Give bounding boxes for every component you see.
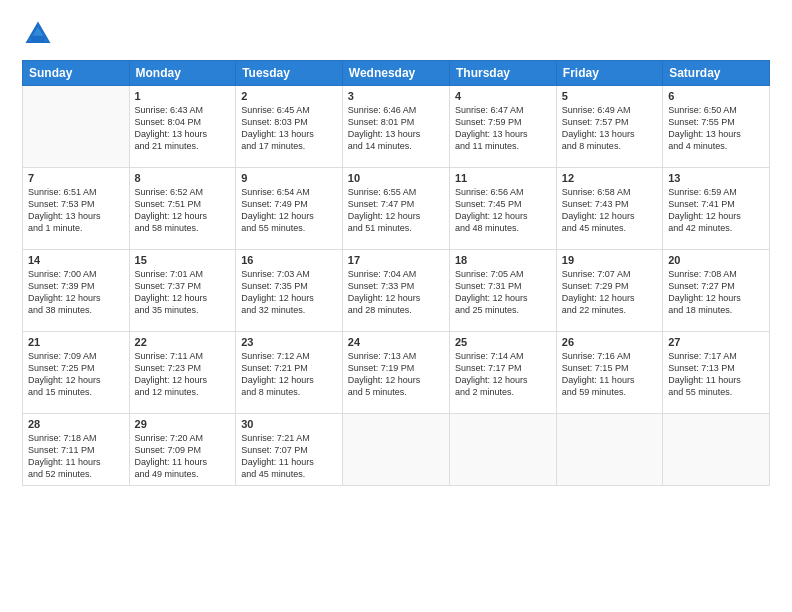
day-info: Sunrise: 6:46 AM Sunset: 8:01 PM Dayligh… [348,104,444,153]
day-header-wednesday: Wednesday [342,61,449,86]
day-number: 7 [28,172,124,184]
day-info: Sunrise: 7:03 AM Sunset: 7:35 PM Dayligh… [241,268,337,317]
day-info: Sunrise: 7:07 AM Sunset: 7:29 PM Dayligh… [562,268,657,317]
day-info: Sunrise: 7:18 AM Sunset: 7:11 PM Dayligh… [28,432,124,481]
days-header-row: SundayMondayTuesdayWednesdayThursdayFrid… [23,61,770,86]
calendar-cell: 6Sunrise: 6:50 AM Sunset: 7:55 PM Daylig… [663,86,770,168]
calendar-cell: 8Sunrise: 6:52 AM Sunset: 7:51 PM Daylig… [129,168,236,250]
day-number: 16 [241,254,337,266]
day-header-sunday: Sunday [23,61,130,86]
calendar-cell: 3Sunrise: 6:46 AM Sunset: 8:01 PM Daylig… [342,86,449,168]
day-number: 11 [455,172,551,184]
day-number: 4 [455,90,551,102]
page: SundayMondayTuesdayWednesdayThursdayFrid… [0,0,792,612]
calendar-table: SundayMondayTuesdayWednesdayThursdayFrid… [22,60,770,486]
day-number: 30 [241,418,337,430]
day-header-saturday: Saturday [663,61,770,86]
calendar-cell: 1Sunrise: 6:43 AM Sunset: 8:04 PM Daylig… [129,86,236,168]
day-number: 28 [28,418,124,430]
day-number: 13 [668,172,764,184]
calendar-cell: 5Sunrise: 6:49 AM Sunset: 7:57 PM Daylig… [556,86,662,168]
svg-rect-2 [31,36,45,41]
day-header-friday: Friday [556,61,662,86]
day-info: Sunrise: 6:49 AM Sunset: 7:57 PM Dayligh… [562,104,657,153]
week-row-4: 21Sunrise: 7:09 AM Sunset: 7:25 PM Dayli… [23,332,770,414]
day-info: Sunrise: 6:56 AM Sunset: 7:45 PM Dayligh… [455,186,551,235]
day-info: Sunrise: 7:21 AM Sunset: 7:07 PM Dayligh… [241,432,337,481]
day-info: Sunrise: 7:08 AM Sunset: 7:27 PM Dayligh… [668,268,764,317]
calendar-cell: 26Sunrise: 7:16 AM Sunset: 7:15 PM Dayli… [556,332,662,414]
day-info: Sunrise: 7:13 AM Sunset: 7:19 PM Dayligh… [348,350,444,399]
day-number: 1 [135,90,231,102]
day-header-tuesday: Tuesday [236,61,343,86]
calendar-cell: 13Sunrise: 6:59 AM Sunset: 7:41 PM Dayli… [663,168,770,250]
calendar-cell: 29Sunrise: 7:20 AM Sunset: 7:09 PM Dayli… [129,414,236,486]
calendar-cell: 4Sunrise: 6:47 AM Sunset: 7:59 PM Daylig… [450,86,557,168]
day-info: Sunrise: 6:55 AM Sunset: 7:47 PM Dayligh… [348,186,444,235]
day-number: 21 [28,336,124,348]
calendar-cell: 16Sunrise: 7:03 AM Sunset: 7:35 PM Dayli… [236,250,343,332]
day-number: 19 [562,254,657,266]
day-number: 5 [562,90,657,102]
day-info: Sunrise: 7:04 AM Sunset: 7:33 PM Dayligh… [348,268,444,317]
calendar-cell [23,86,130,168]
day-number: 18 [455,254,551,266]
day-info: Sunrise: 6:47 AM Sunset: 7:59 PM Dayligh… [455,104,551,153]
calendar-cell: 17Sunrise: 7:04 AM Sunset: 7:33 PM Dayli… [342,250,449,332]
day-info: Sunrise: 7:00 AM Sunset: 7:39 PM Dayligh… [28,268,124,317]
week-row-3: 14Sunrise: 7:00 AM Sunset: 7:39 PM Dayli… [23,250,770,332]
calendar-cell: 12Sunrise: 6:58 AM Sunset: 7:43 PM Dayli… [556,168,662,250]
day-number: 2 [241,90,337,102]
calendar-cell: 10Sunrise: 6:55 AM Sunset: 7:47 PM Dayli… [342,168,449,250]
day-info: Sunrise: 6:45 AM Sunset: 8:03 PM Dayligh… [241,104,337,153]
calendar-cell: 18Sunrise: 7:05 AM Sunset: 7:31 PM Dayli… [450,250,557,332]
header [22,18,770,50]
day-number: 22 [135,336,231,348]
day-info: Sunrise: 7:20 AM Sunset: 7:09 PM Dayligh… [135,432,231,481]
calendar-cell [450,414,557,486]
week-row-2: 7Sunrise: 6:51 AM Sunset: 7:53 PM Daylig… [23,168,770,250]
day-info: Sunrise: 7:16 AM Sunset: 7:15 PM Dayligh… [562,350,657,399]
day-info: Sunrise: 7:09 AM Sunset: 7:25 PM Dayligh… [28,350,124,399]
day-info: Sunrise: 7:17 AM Sunset: 7:13 PM Dayligh… [668,350,764,399]
calendar-cell: 25Sunrise: 7:14 AM Sunset: 7:17 PM Dayli… [450,332,557,414]
day-number: 15 [135,254,231,266]
day-info: Sunrise: 7:01 AM Sunset: 7:37 PM Dayligh… [135,268,231,317]
logo [22,18,58,50]
day-number: 14 [28,254,124,266]
calendar-cell: 14Sunrise: 7:00 AM Sunset: 7:39 PM Dayli… [23,250,130,332]
day-number: 24 [348,336,444,348]
day-info: Sunrise: 7:14 AM Sunset: 7:17 PM Dayligh… [455,350,551,399]
day-info: Sunrise: 6:50 AM Sunset: 7:55 PM Dayligh… [668,104,764,153]
day-number: 8 [135,172,231,184]
day-number: 29 [135,418,231,430]
day-number: 20 [668,254,764,266]
day-info: Sunrise: 6:59 AM Sunset: 7:41 PM Dayligh… [668,186,764,235]
calendar-cell: 21Sunrise: 7:09 AM Sunset: 7:25 PM Dayli… [23,332,130,414]
day-number: 17 [348,254,444,266]
day-info: Sunrise: 6:43 AM Sunset: 8:04 PM Dayligh… [135,104,231,153]
day-number: 26 [562,336,657,348]
day-number: 9 [241,172,337,184]
calendar-cell: 7Sunrise: 6:51 AM Sunset: 7:53 PM Daylig… [23,168,130,250]
calendar-cell: 9Sunrise: 6:54 AM Sunset: 7:49 PM Daylig… [236,168,343,250]
week-row-5: 28Sunrise: 7:18 AM Sunset: 7:11 PM Dayli… [23,414,770,486]
calendar-cell: 19Sunrise: 7:07 AM Sunset: 7:29 PM Dayli… [556,250,662,332]
calendar-cell: 22Sunrise: 7:11 AM Sunset: 7:23 PM Dayli… [129,332,236,414]
day-number: 23 [241,336,337,348]
week-row-1: 1Sunrise: 6:43 AM Sunset: 8:04 PM Daylig… [23,86,770,168]
calendar-cell [342,414,449,486]
day-header-monday: Monday [129,61,236,86]
logo-icon [22,18,54,50]
calendar-cell: 20Sunrise: 7:08 AM Sunset: 7:27 PM Dayli… [663,250,770,332]
day-info: Sunrise: 6:54 AM Sunset: 7:49 PM Dayligh… [241,186,337,235]
calendar-cell: 15Sunrise: 7:01 AM Sunset: 7:37 PM Dayli… [129,250,236,332]
day-info: Sunrise: 6:52 AM Sunset: 7:51 PM Dayligh… [135,186,231,235]
day-number: 10 [348,172,444,184]
calendar-cell: 23Sunrise: 7:12 AM Sunset: 7:21 PM Dayli… [236,332,343,414]
day-info: Sunrise: 6:58 AM Sunset: 7:43 PM Dayligh… [562,186,657,235]
day-header-thursday: Thursday [450,61,557,86]
day-number: 27 [668,336,764,348]
calendar-cell: 24Sunrise: 7:13 AM Sunset: 7:19 PM Dayli… [342,332,449,414]
calendar-cell: 11Sunrise: 6:56 AM Sunset: 7:45 PM Dayli… [450,168,557,250]
